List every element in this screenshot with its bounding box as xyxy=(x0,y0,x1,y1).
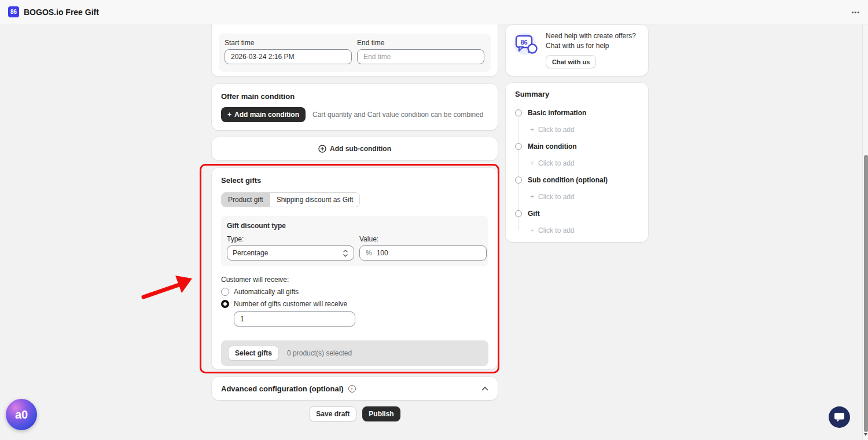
gift-discount-title: Gift discount type xyxy=(227,222,483,230)
radio-unchecked-icon[interactable] xyxy=(221,288,229,296)
select-gifts-button[interactable]: Select gifts xyxy=(228,346,279,361)
help-line-2: Chat with us for help xyxy=(546,41,636,51)
customer-receive-label: Customer will receive: xyxy=(221,276,488,284)
step-circle-icon xyxy=(515,177,522,184)
help-card: 86 Need help with create offers? Chat wi… xyxy=(506,25,648,76)
step-circle-icon xyxy=(515,109,522,116)
discount-type-field: Type: Percentage xyxy=(227,235,354,261)
percent-prefix: % xyxy=(366,249,372,257)
radio-automatically-all-gifts[interactable]: Automatically all gifts xyxy=(221,288,488,296)
help-line-1: Need help with create offers? xyxy=(546,31,636,41)
live-chat-button[interactable] xyxy=(829,406,850,428)
click-to-add-basic-information[interactable]: + Click to add xyxy=(515,121,639,138)
summary-steps: Basic information + Click to add Main co… xyxy=(515,104,639,239)
add-sub-condition-label: Add sub-condition xyxy=(330,145,391,153)
summary-title: Summary xyxy=(515,90,639,98)
discount-value-field: Value: % 100 xyxy=(359,235,487,261)
advanced-configuration-card[interactable]: Advanced configuration (optional) i xyxy=(212,377,498,400)
discount-type-select[interactable]: Percentage xyxy=(227,245,354,261)
end-time-input[interactable] xyxy=(357,49,484,64)
discount-value-input[interactable]: % 100 xyxy=(359,245,487,261)
annotation-arrow xyxy=(134,262,204,308)
chevron-up-icon[interactable] xyxy=(481,386,488,391)
vertical-scrollbar[interactable] xyxy=(862,0,868,440)
selected-products-status: 0 product(s) selected xyxy=(287,349,352,357)
save-draft-button[interactable]: Save draft xyxy=(309,406,356,421)
svg-text:86: 86 xyxy=(520,39,527,46)
footer-actions: Save draft Publish xyxy=(212,406,498,421)
gift-quantity-input[interactable] xyxy=(234,311,355,327)
summary-step-sub-condition: Sub condition (optional) xyxy=(515,171,639,188)
summary-step-gift: Gift xyxy=(515,205,639,222)
start-time-field: Start time xyxy=(225,39,352,67)
select-gifts-title: Select gifts xyxy=(221,176,488,185)
add-sub-condition-button[interactable]: Add sub-condition xyxy=(212,137,498,160)
select-gifts-card: Select gifts Product gift Shipping disco… xyxy=(212,168,498,369)
scrollbar-thumb[interactable] xyxy=(864,155,868,432)
advanced-configuration-title: Advanced configuration (optional) xyxy=(221,384,344,393)
customer-receive-section: Customer will receive: Automatically all… xyxy=(221,276,488,327)
main-condition-card: Offer main condition + Add main conditio… xyxy=(212,84,498,130)
main-condition-hint: Cart quantity and Cart value condition c… xyxy=(312,111,484,119)
start-time-label: Start time xyxy=(225,39,352,47)
bogos-logo-icon: 86 xyxy=(8,6,19,17)
gift-type-tabs: Product gift Shipping discount as Gift xyxy=(221,192,360,207)
click-to-add-main-condition[interactable]: + Click to add xyxy=(515,155,639,171)
add-main-condition-button[interactable]: + Add main condition xyxy=(221,107,306,122)
page-title: BOGOS.io Free Gift xyxy=(24,8,99,17)
click-to-add-gift[interactable]: + Click to add xyxy=(515,222,639,239)
chat-with-us-button[interactable]: Chat with us xyxy=(546,55,596,68)
chat-help-icon: 86 xyxy=(513,31,539,58)
tab-shipping-discount[interactable]: Shipping discount as Gift xyxy=(270,193,360,207)
click-to-add-sub-condition[interactable]: + Click to add xyxy=(515,188,639,205)
main-condition-title: Offer main condition xyxy=(221,92,488,101)
scrollbar-down-arrow-icon[interactable] xyxy=(864,433,867,436)
chat-bubble-icon xyxy=(834,412,845,422)
value-label: Value: xyxy=(359,235,487,243)
select-chevrons-icon xyxy=(343,250,348,257)
assistant-widget-button[interactable]: a0 xyxy=(6,399,37,430)
step-circle-icon xyxy=(515,210,522,217)
radio-number-of-gifts[interactable]: Number of gifts customer will receive xyxy=(221,300,488,308)
end-time-field: End time xyxy=(357,39,484,67)
plus-icon: + xyxy=(530,193,534,201)
more-actions-icon[interactable]: ••• xyxy=(851,9,860,16)
circle-plus-icon xyxy=(318,145,326,153)
type-label: Type: xyxy=(227,235,354,243)
schedule-panel: Start time End time xyxy=(219,34,491,72)
step-circle-icon xyxy=(515,143,522,150)
plus-icon: + xyxy=(530,126,534,134)
gift-discount-panel: Gift discount type Type: Percentage Valu… xyxy=(221,216,488,266)
plus-icon: + xyxy=(530,159,534,167)
end-time-label: End time xyxy=(357,39,484,47)
info-icon[interactable]: i xyxy=(348,385,356,393)
summary-step-basic-information: Basic information xyxy=(515,104,639,121)
plus-icon: + xyxy=(530,226,534,234)
app-header: 86 BOGOS.io Free Gift ••• xyxy=(0,0,868,24)
tab-product-gift[interactable]: Product gift xyxy=(222,193,270,207)
summary-step-main-condition: Main condition xyxy=(515,138,639,155)
radio-checked-icon[interactable] xyxy=(221,300,229,308)
gift-picker-bar: Select gifts 0 product(s) selected xyxy=(221,340,488,366)
start-time-input[interactable] xyxy=(225,49,352,64)
publish-button[interactable]: Publish xyxy=(362,406,400,421)
summary-card: Summary Basic information + Click to add… xyxy=(506,83,648,242)
plus-icon: + xyxy=(227,111,231,119)
